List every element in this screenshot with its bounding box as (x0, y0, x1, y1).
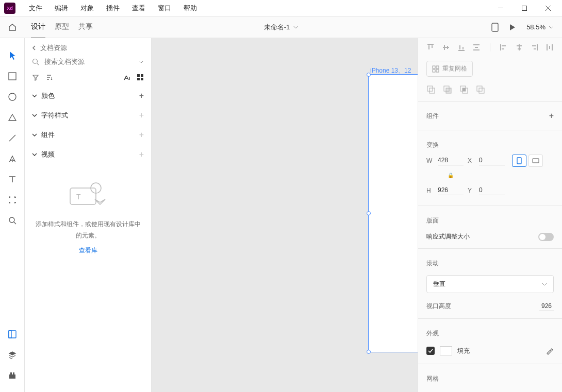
section-colors-label: 颜色 (41, 91, 55, 100)
portrait-button[interactable] (512, 155, 526, 167)
home-button[interactable] (0, 23, 25, 32)
maximize-button[interactable] (513, 0, 536, 16)
align-hcenter-icon[interactable] (515, 43, 523, 52)
boolean-exclude-icon[interactable] (476, 85, 485, 94)
list-view-icon[interactable] (123, 74, 130, 81)
canvas[interactable]: iPhone 13、12 Pro Max – 1 (152, 38, 418, 392)
add-video-button[interactable]: + (139, 150, 144, 159)
filter-icon[interactable] (32, 74, 39, 81)
section-components[interactable]: 组件 + (25, 125, 151, 145)
layers-panel-toggle[interactable] (4, 345, 21, 365)
section-char-styles[interactable]: 字符样式 + (25, 106, 151, 125)
menu-object[interactable]: 对象 (74, 4, 100, 13)
svg-rect-24 (429, 88, 435, 93)
align-bottom-icon[interactable] (457, 43, 466, 52)
mobile-preview-button[interactable] (491, 23, 499, 32)
align-vcenter-icon[interactable] (442, 43, 450, 52)
eyedropper-button[interactable] (546, 347, 554, 355)
assets-back-button[interactable]: 文档资源 (25, 38, 151, 56)
responsive-resize-toggle[interactable] (538, 233, 554, 241)
section-colors[interactable]: 颜色 + (25, 86, 151, 106)
svg-point-4 (9, 93, 16, 100)
x-input[interactable]: 0 (479, 156, 505, 165)
tab-share[interactable]: 共享 (78, 16, 93, 39)
section-videos[interactable]: 视频 + (25, 145, 151, 164)
tab-prototype[interactable]: 原型 (55, 16, 69, 39)
polygon-tool[interactable] (4, 107, 21, 128)
svg-rect-6 (9, 331, 16, 338)
assets-search-input[interactable] (44, 58, 134, 65)
add-component-button[interactable]: + (139, 130, 144, 140)
svg-rect-26 (446, 88, 451, 93)
menu-edit[interactable]: 编辑 (48, 4, 74, 13)
scroll-select[interactable]: 垂直 (426, 275, 554, 293)
app-icon-text: Xd (7, 6, 13, 11)
selection-handle[interactable] (367, 73, 371, 77)
svg-rect-10 (13, 372, 14, 374)
artboard[interactable] (368, 74, 418, 352)
menu-plugins[interactable]: 插件 (100, 4, 126, 13)
align-right-icon[interactable] (530, 43, 538, 52)
fill-color-swatch[interactable] (440, 346, 452, 355)
align-top-icon[interactable] (426, 43, 435, 52)
svg-rect-13 (141, 74, 143, 77)
svg-rect-0 (498, 8, 503, 8)
grid-view-icon[interactable] (137, 74, 144, 81)
plugins-panel-toggle[interactable] (4, 365, 21, 386)
boolean-intersect-icon[interactable] (459, 85, 469, 94)
svg-rect-15 (141, 78, 143, 80)
sort-icon[interactable] (45, 74, 53, 81)
fill-checkbox[interactable] (426, 347, 435, 355)
empty-state-text: 添加样式和组件，或使用现有设计库中的元素。 (34, 219, 142, 241)
landscape-button[interactable] (528, 155, 543, 167)
minimize-button[interactable] (489, 0, 513, 16)
svg-rect-12 (137, 74, 140, 77)
assets-search[interactable] (25, 56, 151, 71)
add-char-style-button[interactable]: + (139, 111, 144, 120)
svg-rect-22 (436, 70, 439, 72)
menu-window[interactable]: 窗口 (152, 4, 177, 13)
zoom-tool[interactable] (4, 210, 21, 231)
section-components-label: 组件 (41, 130, 55, 140)
width-input[interactable]: 428 (438, 156, 464, 165)
portrait-icon (517, 157, 522, 164)
y-input[interactable]: 0 (479, 185, 505, 195)
tab-design[interactable]: 设计 (31, 16, 45, 39)
align-left-icon[interactable] (500, 43, 508, 52)
play-button[interactable] (509, 24, 516, 31)
pen-tool[interactable] (4, 148, 21, 169)
selection-handle[interactable] (367, 350, 371, 354)
select-tool[interactable] (4, 45, 21, 66)
zoom-dropdown[interactable]: 58.5% (526, 23, 554, 31)
text-icon (8, 175, 16, 183)
add-color-button[interactable]: + (139, 91, 144, 100)
lock-aspect-icon[interactable]: 🔒 (438, 173, 464, 178)
boolean-subtract-icon[interactable] (443, 85, 452, 94)
ellipse-tool[interactable] (4, 87, 21, 107)
line-tool[interactable] (4, 128, 21, 148)
height-input[interactable]: 926 (438, 185, 464, 195)
selection-handle[interactable] (367, 211, 371, 215)
repeat-grid-button[interactable]: 重复网格 (426, 61, 473, 77)
distribute-h-icon[interactable] (546, 43, 554, 52)
search-icon (32, 58, 39, 65)
document-title[interactable]: 未命名-1 (264, 23, 299, 32)
chevron-down-icon[interactable] (139, 60, 144, 63)
artboard-tool[interactable] (4, 190, 21, 210)
viewport-height-input[interactable]: 926 (539, 301, 554, 311)
scroll-value: 垂直 (433, 280, 445, 288)
svg-rect-23 (427, 86, 433, 91)
menu-file[interactable]: 文件 (23, 4, 48, 13)
component-section: 组件 + (418, 105, 562, 127)
add-component-button[interactable]: + (549, 111, 554, 121)
menu-view[interactable]: 查看 (126, 4, 152, 13)
boolean-add-icon[interactable] (426, 85, 436, 94)
distribute-v-icon[interactable] (472, 43, 481, 52)
svg-rect-14 (137, 78, 140, 80)
text-tool[interactable] (4, 169, 21, 190)
close-button[interactable] (536, 0, 560, 16)
view-library-link[interactable]: 查看库 (79, 245, 97, 257)
assets-panel-toggle[interactable] (4, 324, 21, 345)
menu-help[interactable]: 帮助 (177, 4, 203, 13)
rectangle-tool[interactable] (4, 66, 21, 87)
